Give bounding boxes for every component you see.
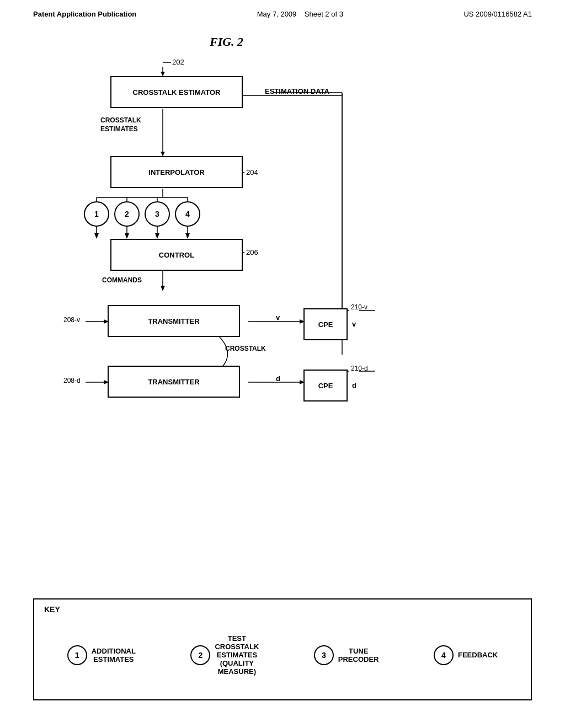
svg-marker-1 <box>161 72 165 76</box>
label-d: d <box>276 374 280 383</box>
key-box: KEY 1 ADDITIONALESTIMATES 2 TESTCROSSTAL… <box>33 598 532 700</box>
key-item-text-2: TESTCROSSTALKESTIMATES(QUALITYMEASURE) <box>215 634 259 676</box>
key-item-2: 2 TESTCROSSTALKESTIMATES(QUALITYMEASURE) <box>190 634 259 676</box>
key-item-1: 1 ADDITIONALESTIMATES <box>67 645 136 665</box>
key-item-4: 4 FEEDBACK <box>434 645 498 665</box>
label-d-right: d <box>352 381 356 389</box>
circle-3: 3 <box>145 201 170 227</box>
key-item-text-1: ADDITIONALESTIMATES <box>92 647 136 663</box>
label-estimation-data: ESTIMATION DATA <box>265 87 329 95</box>
svg-marker-16 <box>125 233 129 239</box>
block-transmitter-v: TRANSMITTER <box>108 305 240 337</box>
label-208v: 208-v <box>63 316 80 324</box>
key-item-text-3: TUNEPRECODER <box>338 647 379 663</box>
circle-1: 1 <box>84 201 109 227</box>
label-210d: 210-d <box>351 365 368 372</box>
label-204: 204 <box>246 168 258 176</box>
block-crosstalk-estimator: CROSSTALK ESTIMATOR <box>110 76 243 108</box>
header-center: May 7, 2009 Sheet 2 of 3 <box>257 10 343 18</box>
label-crosstalk: CROSSTALK <box>225 345 266 352</box>
arrows-svg <box>0 29 565 526</box>
label-210v: 210-v <box>351 303 367 311</box>
label-v: v <box>276 313 280 322</box>
block-interpolator: INTERPOLATOR <box>110 156 243 188</box>
key-item-3: 3 TUNEPRECODER <box>314 645 379 665</box>
circle-2: 2 <box>114 201 140 227</box>
label-202: 202 <box>172 58 184 66</box>
key-item-text-4: FEEDBACK <box>458 651 498 659</box>
diagram-area: FIG. 2 <box>0 29 565 526</box>
svg-marker-20 <box>185 233 190 239</box>
key-items: 1 ADDITIONALESTIMATES 2 TESTCROSSTALKEST… <box>45 634 520 676</box>
label-206: 206 <box>246 248 258 256</box>
block-cpe-v: CPE <box>303 308 348 340</box>
key-circle-3: 3 <box>314 645 334 665</box>
block-cpe-d: CPE <box>303 370 348 402</box>
svg-marker-14 <box>94 233 99 239</box>
key-circle-4: 4 <box>434 645 454 665</box>
label-208d: 208-d <box>63 377 81 384</box>
svg-marker-6 <box>161 152 165 156</box>
key-circle-2: 2 <box>190 645 210 665</box>
svg-marker-22 <box>161 286 165 291</box>
block-transmitter-d: TRANSMITTER <box>108 366 240 398</box>
key-circle-1: 1 <box>67 645 87 665</box>
label-commands: COMMANDS <box>102 276 142 284</box>
fig-label: FIG. 2 <box>210 35 243 49</box>
block-control: CONTROL <box>110 239 243 271</box>
label-v-right: v <box>352 320 356 328</box>
circle-4: 4 <box>175 201 200 227</box>
header-left: Patent Application Publication <box>33 10 136 18</box>
header-right: US 2009/0116582 A1 <box>463 10 532 18</box>
svg-marker-18 <box>155 233 159 239</box>
key-label: KEY <box>44 605 60 614</box>
label-crosstalk-estimates: CROSSTALKESTIMATES <box>100 116 141 133</box>
